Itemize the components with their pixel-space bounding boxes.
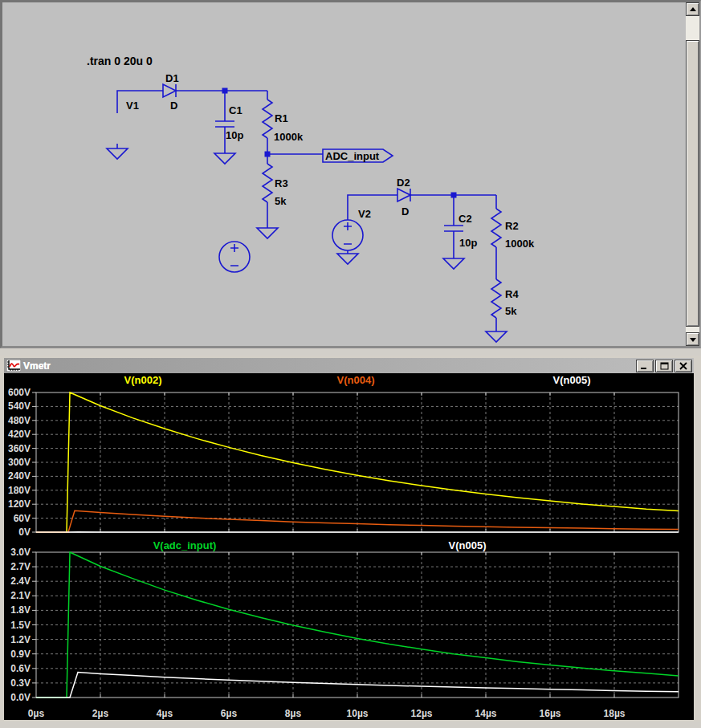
ground-icon[interactable]: [257, 228, 278, 238]
x-tick-label: 0µs: [28, 708, 45, 719]
x-tick-label: 16µs: [540, 708, 561, 719]
close-button[interactable]: [675, 360, 692, 372]
label-C2[interactable]: C2: [459, 213, 472, 225]
minimize-button[interactable]: [636, 360, 654, 372]
y-tick-label: 1.8V: [10, 604, 31, 616]
waveform-svg: 600V540V480V420V360V300V240V180V120V60V0…: [4, 373, 692, 720]
ground-icon[interactable]: [107, 148, 128, 159]
y-tick-label: 2.4V: [10, 575, 31, 587]
diode-D1[interactable]: [163, 84, 176, 97]
label-R2[interactable]: R2: [505, 220, 519, 232]
schematic-vertical-scrollbar[interactable]: [686, 2, 699, 346]
resistor-R1[interactable]: [263, 100, 272, 138]
label-V1[interactable]: V1: [126, 100, 139, 112]
y-tick-label: 0.6V: [10, 663, 31, 674]
label-R2-value[interactable]: 1000k: [505, 238, 535, 250]
y-tick-label: 240V: [8, 470, 31, 482]
label-R4[interactable]: R4: [505, 288, 519, 300]
capacitor-C2[interactable]: [444, 226, 463, 231]
x-tick-label: 6µs: [221, 708, 238, 719]
label-R4-value[interactable]: 5k: [505, 305, 517, 317]
legend-V(n005)[interactable]: V(n005): [553, 374, 591, 386]
ground-icon[interactable]: [214, 153, 235, 164]
spice-directive[interactable]: .tran 0 20u 0: [87, 55, 153, 67]
voltage-source-V1[interactable]: [219, 242, 250, 272]
x-tick-label: 8µs: [285, 708, 302, 719]
y-tick-label: 0V: [18, 527, 31, 538]
x-tick-label: 2µs: [92, 708, 109, 719]
junction-node: [451, 193, 457, 198]
y-tick-label: 300V: [8, 457, 31, 468]
junction-node: [222, 88, 228, 94]
y-tick-label: 0.0V: [10, 692, 31, 703]
x-tick-label: 18µs: [604, 708, 626, 719]
desktop: { "schematic": { "directive": ".tran 0 2…: [0, 0, 701, 728]
waveform-window: Vmetr 600V540V480V420V360V300V240V180V12…: [0, 356, 701, 722]
label-R3[interactable]: R3: [275, 177, 288, 189]
label-V2[interactable]: V2: [358, 208, 371, 220]
resistor-R2[interactable]: [491, 209, 501, 247]
scrollbar-thumb[interactable]: [686, 40, 699, 327]
y-tick-label: 2.1V: [10, 590, 31, 601]
x-tick-label: 12µs: [411, 708, 433, 719]
y-tick-label: 180V: [8, 485, 31, 496]
y-tick-label: 1.2V: [10, 634, 31, 645]
ground-icon[interactable]: [486, 331, 507, 342]
legend-V(n005)[interactable]: V(n005): [449, 539, 487, 551]
y-tick-label: 0.9V: [10, 649, 31, 660]
legend-V(adc_input)[interactable]: V(adc_input): [153, 539, 217, 551]
scroll-up-button[interactable]: [686, 2, 699, 16]
label-D1[interactable]: D1: [165, 72, 179, 84]
label-R1-value[interactable]: 1000k: [274, 131, 304, 143]
diode-D2[interactable]: [397, 189, 410, 201]
minimize-icon: [640, 362, 650, 370]
window-title: Vmetr: [23, 360, 634, 372]
resistor-R4[interactable]: [491, 279, 501, 318]
waveform-titlebar[interactable]: Vmetr: [4, 358, 694, 373]
net-flag-label[interactable]: ADC_input: [325, 150, 380, 162]
y-tick-label: 0.3V: [10, 677, 31, 689]
x-tick-label: 10µs: [347, 708, 369, 719]
waveform-plot-area[interactable]: 600V540V480V420V360V300V240V180V120V60V0…: [4, 373, 694, 720]
ground-icon[interactable]: [337, 254, 358, 264]
x-tick-label: 4µs: [157, 708, 173, 719]
plot-pane-2: 3.0V2.7V2.4V2.1V1.8V1.5V1.2V0.9V0.6V0.3V…: [10, 539, 679, 703]
y-tick-label: 540V: [8, 401, 31, 412]
legend-V(n004)[interactable]: V(n004): [337, 374, 375, 386]
voltage-source-V2[interactable]: [332, 220, 363, 250]
waveform-app-icon: [6, 360, 21, 372]
maximize-button[interactable]: [655, 360, 673, 372]
label-D1-model[interactable]: D: [170, 100, 177, 112]
y-tick-label: 600V: [8, 387, 31, 398]
resistor-R3[interactable]: [263, 164, 272, 202]
arrow-down-icon: [690, 338, 696, 342]
y-tick-label: 1.5V: [10, 620, 31, 631]
net-flag-adc-input[interactable]: ADC_input: [323, 149, 393, 162]
y-tick-label: 120V: [8, 498, 31, 510]
label-C1-value[interactable]: 10p: [226, 129, 243, 141]
x-tick-label: 14µs: [475, 708, 497, 719]
ground-icon[interactable]: [443, 258, 464, 269]
y-tick-label: 2.7V: [10, 561, 31, 572]
y-tick-label: 420V: [8, 429, 31, 440]
arrow-up-icon: [690, 7, 696, 11]
schematic-canvas[interactable]: ADC_input .tran 0 20u 0 V1 D1 D C1 10p R…: [2, 2, 684, 346]
schematic-window: ADC_input .tran 0 20u 0 V1 D1 D C1 10p R…: [0, 0, 701, 348]
close-icon: [679, 362, 687, 370]
label-R3-value[interactable]: 5k: [275, 195, 287, 207]
label-C2-value[interactable]: 10p: [459, 237, 477, 249]
label-C1[interactable]: C1: [229, 104, 242, 116]
label-D2-model[interactable]: D: [401, 205, 409, 218]
y-tick-label: 480V: [8, 415, 31, 426]
scroll-down-button[interactable]: [686, 332, 699, 346]
y-tick-label: 3.0V: [10, 547, 31, 558]
legend-V(n002)[interactable]: V(n002): [124, 374, 162, 386]
label-D2[interactable]: D2: [397, 177, 410, 189]
y-tick-label: 360V: [8, 443, 31, 454]
maximize-icon: [660, 362, 669, 370]
junction-node: [265, 152, 271, 157]
plot-pane-1: 600V540V480V420V360V300V240V180V120V60V0…: [8, 374, 679, 538]
label-R1[interactable]: R1: [275, 112, 288, 124]
y-tick-label: 60V: [14, 513, 31, 524]
capacitor-C1[interactable]: [215, 121, 234, 127]
